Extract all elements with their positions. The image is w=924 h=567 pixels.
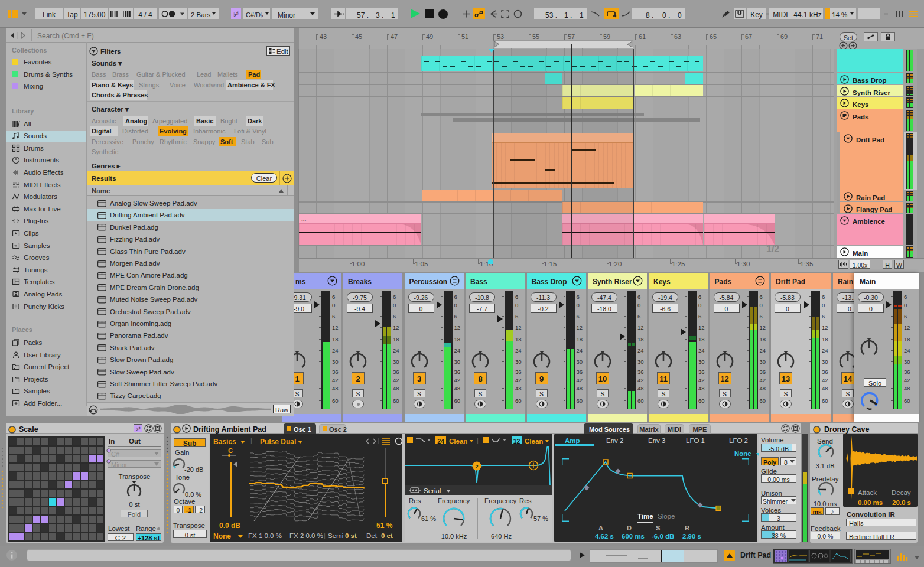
svg-text:2: 2 bbox=[475, 464, 478, 470]
